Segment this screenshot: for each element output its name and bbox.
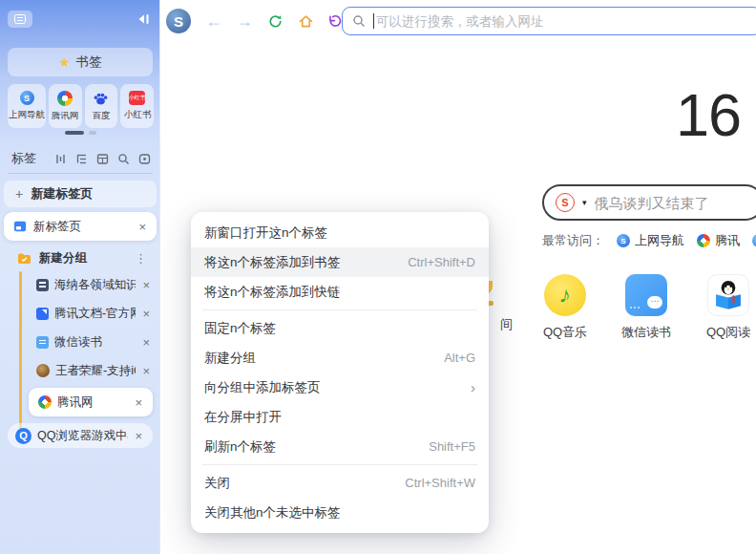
weread-icon: ⋯ [625, 274, 667, 316]
collapse-icon [136, 11, 151, 27]
close-tab-icon[interactable]: × [141, 365, 151, 377]
most-visited-link[interactable]: c 帮小 [752, 232, 756, 249]
home-button[interactable] [294, 10, 317, 32]
address-input[interactable] [376, 14, 751, 29]
more-tools-icon[interactable] [138, 153, 151, 165]
sort-tabs-icon[interactable] [54, 153, 67, 165]
close-tab-icon[interactable]: × [141, 336, 151, 349]
group-menu-icon[interactable]: ⋮ [135, 251, 147, 266]
quick-links-pager[interactable] [0, 131, 160, 135]
tab-label: 微信读书 [54, 334, 136, 351]
browser-logo[interactable]: S [166, 9, 191, 33]
shortcut-label: QQ阅读 [706, 324, 750, 341]
menu-item-label: 将这n个标签添加到快链 [204, 284, 475, 301]
quick-link-baidu[interactable]: 百度 [85, 84, 118, 128]
most-visited-link[interactable]: 腾讯 [697, 232, 740, 249]
tags-toolbar: 标签 [11, 149, 151, 168]
quick-link-nav[interactable]: S 上网导航 [8, 84, 46, 128]
new-tab-label: 新建标签页 [31, 185, 93, 202]
forward-button[interactable]: → [233, 10, 256, 32]
menu-item-label: 在分屏中打开 [204, 409, 475, 426]
baidu-paw-icon [93, 91, 109, 106]
menu-item-label: 刷新n个标签 [204, 438, 429, 456]
menu-item-close-others[interactable]: 关闭其他n个未选中标签 [191, 498, 489, 527]
menu-item-shortcut: Ctrl+Shift+D [408, 255, 475, 269]
tab-item-game-center[interactable]: Q QQ浏览器游戏中心 × [8, 423, 153, 448]
menu-item-add-to-bookmarks[interactable]: 将这n个标签添加到书签 Ctrl+Shift+D [191, 247, 489, 277]
menu-divider [202, 464, 477, 465]
address-bar[interactable] [342, 7, 756, 35]
weread-dots [630, 307, 632, 309]
music-note-icon: ♪ [557, 281, 573, 309]
group-indent-line [19, 271, 22, 436]
quick-link-label: 腾讯网 [52, 109, 79, 121]
shortcut-qq-music[interactable]: ♪ QQ音乐 [533, 274, 598, 341]
tab-item[interactable]: 微信读书 × [29, 330, 157, 353]
close-tab-icon[interactable]: × [141, 308, 151, 320]
tab-label: 腾讯网 [57, 394, 128, 411]
weread-icon [36, 336, 49, 349]
tab-item-new-tab[interactable]: 新标签页 × [4, 212, 157, 241]
tab-item[interactable]: 王者荣耀-支持iO × [29, 359, 157, 382]
menu-item-refresh-tabs[interactable]: 刷新n个标签 Shift+F5 [191, 432, 489, 461]
qq-music-icon: ♪ [544, 274, 586, 316]
tags-label: 标签 [11, 150, 36, 167]
new-tab-page-icon [13, 220, 27, 233]
menu-item-add-to-quicklinks[interactable]: 将这n个标签添加到快链 [191, 277, 489, 307]
menu-item-label: 向分组中添加标签页 [204, 379, 471, 396]
tab-manager-badge[interactable] [8, 11, 32, 28]
menu-divider [202, 309, 477, 310]
quick-link-tencent[interactable]: 腾讯网 [49, 84, 82, 128]
content-search-box[interactable]: S ▾ [542, 184, 756, 221]
menu-item-add-to-group[interactable]: 向分组中添加标签页 › [191, 373, 489, 402]
close-tab-icon[interactable]: × [141, 279, 151, 291]
link-label: 上网导航 [635, 232, 684, 249]
tree-view-icon[interactable] [75, 153, 88, 165]
collapse-sidebar-button[interactable] [135, 11, 152, 28]
menu-item-shortcut: Alt+G [444, 351, 475, 365]
close-tab-icon[interactable]: × [134, 430, 143, 442]
browser-toolbar: S ← → ▾ [160, 0, 756, 43]
refresh-button[interactable] [263, 10, 286, 32]
close-tab-icon[interactable]: × [134, 396, 143, 409]
menu-item-shortcut: Ctrl+Shift+W [405, 476, 475, 490]
menu-item-close[interactable]: 关闭 Ctrl+Shift+W [191, 468, 489, 498]
sogou-engine-icon[interactable]: S [556, 193, 575, 212]
tab-item-selected[interactable]: 腾讯网 × [29, 388, 153, 416]
most-visited-row: 最常访问： S 上网导航 腾讯 c 帮小 [542, 232, 756, 249]
quick-link-xiaohongshu[interactable]: 小红书 小红书 [120, 84, 154, 128]
menu-item-pin-tabs[interactable]: 固定n个标签 [191, 313, 489, 343]
qq-read-icon [707, 274, 749, 316]
tab-label: 王者荣耀-支持iO [55, 363, 136, 379]
quick-link-label: 上网导航 [9, 108, 45, 120]
engine-caret-down-icon[interactable]: ▾ [582, 198, 587, 207]
tab-context-menu: 新窗口打开这n个标签 将这n个标签添加到书签 Ctrl+Shift+D 将这n个… [191, 212, 489, 533]
tab-item[interactable]: 腾讯文档-官方网 × [29, 302, 157, 325]
grid-view-icon[interactable] [96, 153, 109, 165]
quick-links: S 上网导航 腾讯网 百度 小红书 小红书 [8, 84, 154, 128]
link-label: 腾讯 [715, 232, 740, 249]
tab-item[interactable]: 海纳各领域知识 × [29, 273, 157, 296]
shortcut-qq-read[interactable]: QQ阅读 [696, 274, 756, 341]
site-favicon [36, 279, 49, 291]
search-tabs-icon[interactable] [117, 153, 130, 165]
search-icon [352, 14, 366, 28]
content-search-input[interactable] [595, 195, 750, 211]
new-tab-button[interactable]: + 新建标签页 [4, 181, 157, 207]
menu-item-label: 关闭其他n个未选中标签 [204, 504, 475, 522]
quick-link-label: 小红书 [123, 108, 151, 120]
group-label: 新建分组 [39, 250, 127, 266]
xiaohongshu-icon: 小红书 [129, 91, 145, 105]
most-visited-link[interactable]: S 上网导航 [617, 232, 684, 249]
close-tab-icon[interactable]: × [137, 221, 147, 233]
shortcut-label-partial[interactable]: 间 [500, 316, 513, 333]
menu-item-new-group[interactable]: 新建分组 Alt+G [191, 343, 489, 373]
shortcut-label: QQ音乐 [543, 324, 587, 341]
menu-item-open-split-screen[interactable]: 在分屏中打开 [191, 402, 489, 432]
back-button[interactable]: ← [202, 10, 225, 32]
shortcut-weread[interactable]: ⋯ 微信读书 [614, 274, 679, 341]
clock-display: 16 [676, 80, 741, 149]
tab-group-header[interactable]: 新建分组 ⋮ [4, 246, 157, 269]
bookmarks-button[interactable]: ★ 书签 [8, 48, 153, 76]
menu-item-open-new-window[interactable]: 新窗口打开这n个标签 [191, 218, 489, 247]
